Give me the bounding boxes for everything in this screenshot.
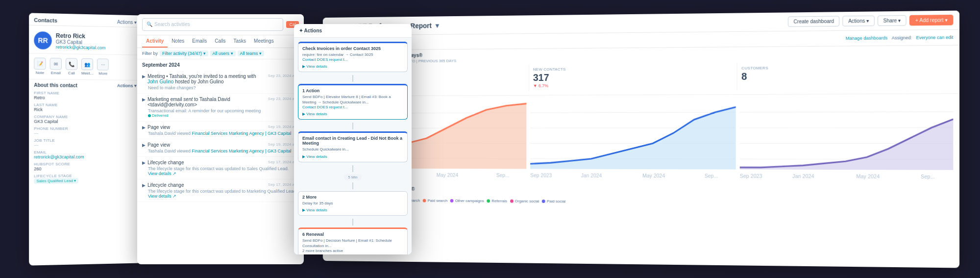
workflow-panel: ✦ Actions Check Invoices in order Contac… (294, 24, 412, 254)
tab-tasks[interactable]: Tasks (230, 35, 250, 48)
svg-line-21 (740, 111, 954, 112)
expand-icon-4[interactable]: ▶ (142, 143, 146, 148)
wf-view-details-4[interactable]: ▶ View details (302, 208, 327, 212)
search-placeholder: Search activities (154, 22, 190, 27)
tab-activity[interactable]: Activity (142, 35, 168, 48)
email-button[interactable]: ✉ Email (50, 57, 62, 75)
create-dashboard-button[interactable]: Create dashboard (788, 16, 839, 26)
svg-marker-22 (740, 119, 954, 170)
email-icon: ✉ (50, 57, 62, 69)
about-actions[interactable]: Actions ▾ (117, 83, 137, 88)
tab-calls[interactable]: Calls (211, 35, 229, 48)
contact-topbar: Contacts Actions ▾ (29, 13, 141, 27)
contacts-chart: Sep 2023 Jan 2024 May 2024 Sep... (530, 97, 735, 182)
legend-paid-social: Paid social (542, 199, 565, 203)
contact-name: Retro Rick (56, 32, 106, 40)
lc1-link[interactable]: View details ↗ (148, 171, 176, 176)
filter-activity-dropdown[interactable]: Filter activity (34/47) ▾ (160, 51, 208, 56)
filter-users-dropdown[interactable]: All users ▾ (210, 51, 236, 56)
wf-node-2: 1 Action Send BDFo | Elevator Marture 8 … (298, 84, 408, 120)
wf-view-details-1[interactable]: ▶ View details (302, 64, 327, 69)
contacts-chart-svg: Sep 2023 Jan 2024 May 2024 Sep... (530, 97, 735, 180)
search-activities-input[interactable]: 🔍 Search activities (142, 18, 283, 31)
charts-area: Sep 2023 Jan 2024 May 2024 Sep... (323, 94, 959, 186)
actions-button[interactable]: Actions ▾ (843, 15, 875, 26)
expand-icon[interactable]: ▶ (142, 74, 146, 79)
expand-icon-3[interactable]: ▶ (142, 125, 146, 130)
svg-text:Sep 2023: Sep 2023 (740, 173, 762, 178)
add-report-button[interactable]: + Add report ▾ (909, 14, 953, 25)
svg-text:May 2024: May 2024 (642, 173, 665, 178)
activity-item-lifecycle2: ▶ Lifecycle change Sep 17, 2024 at... Th… (137, 179, 304, 202)
expand-icon-5[interactable]: ▶ (142, 160, 146, 165)
legend-other: Other campaigns (450, 199, 484, 203)
tab-emails[interactable]: Emails (188, 35, 211, 48)
contact-email: retrorick@gk3capital.com (56, 44, 106, 50)
activity-lc1-title: Lifecycle change (147, 160, 266, 165)
more-button[interactable]: ··· More (97, 58, 109, 76)
wf-view-details-3[interactable]: ▶ View details (302, 154, 327, 159)
about-title: About this contact (34, 82, 77, 88)
field-lastname: Last name Rick (34, 102, 137, 112)
lc2-link[interactable]: View details ↗ (148, 194, 176, 199)
filter-row: Filter by Filter activity (34/47) ▾ All … (137, 48, 304, 59)
wf-connector-2 (352, 123, 353, 129)
sources-section: Sessions by Source | Rolling 90 Days® IN… (323, 184, 959, 208)
svg-text:Sep...: Sep... (496, 172, 510, 177)
other-dot (450, 199, 454, 202)
contact-actions-row: 📝 Note ✉ Email 📞 Call 👥 Meet... ··· More (29, 53, 141, 80)
call-button[interactable]: 📞 Call (66, 58, 77, 75)
pageview2-link[interactable]: Financial Services Marketing Agency | GK… (192, 149, 292, 153)
field-jobtitle: Job title — (34, 138, 137, 147)
referrals-dot (487, 199, 490, 202)
meet-icon: 👥 (81, 58, 93, 70)
wf-view-details-2[interactable]: ▶ View details (302, 112, 327, 116)
tab-notes[interactable]: Notes (168, 35, 188, 48)
svg-text:Sep 2023: Sep 2023 (530, 173, 552, 178)
svg-text:May 2024: May 2024 (856, 174, 880, 179)
kpi-customers: CUSTOMERS 8 (737, 61, 953, 90)
wf-node-5: 6 Renewal Send BDFo | Decision Nurture |… (298, 227, 408, 254)
field-phone: Phone number — (34, 126, 137, 135)
wf-connector-5 (352, 219, 353, 226)
avatar: RR (34, 31, 51, 49)
wf-connector-1 (352, 75, 353, 82)
tab-meetings[interactable]: Meetings (250, 35, 278, 48)
sources-legend: Direct traffic Email marketing Organic s… (328, 198, 953, 205)
expand-icon-2[interactable]: ▶ (142, 97, 146, 102)
contact-panel: Contacts Actions ▾ RR Retro Rick GK3 Cap… (29, 13, 141, 265)
more-icon: ··· (97, 58, 109, 70)
call-icon: 📞 (66, 58, 77, 70)
dashboard-panel: GK3 SMART Performance Report ▾ Create da… (323, 10, 959, 268)
actions-dropdown[interactable]: Actions ▾ (117, 19, 137, 25)
share-button[interactable]: Share ▾ (878, 15, 906, 25)
workflow-title: ✦ Actions (299, 28, 322, 33)
pageview1-link[interactable]: Financial Services Marketing Agency | GK… (192, 131, 292, 136)
note-icon: 📝 (34, 57, 46, 70)
svg-text:Sep...: Sep... (921, 174, 935, 179)
svg-text:Sep...: Sep... (705, 173, 718, 178)
search-icon: 🔍 (147, 22, 152, 27)
kpi-row: SESSIONS 1,099 ▲ 1.8% NEW CONTACTS 317 ▼… (323, 61, 959, 96)
activity-tabs: Activity Notes Emails Calls Tasks Meetin… (137, 35, 304, 48)
field-lifecycle: Lifecycle stage Sales Qualified Lead ▾ (34, 173, 137, 183)
dash-filters-right: Manage dashboards Assigned: Everyone can… (846, 35, 953, 41)
kpi-new-contacts: NEW CONTACTS 317 ▼ 6.7% (529, 63, 737, 91)
meet-button[interactable]: 👥 Meet... (81, 58, 93, 75)
meeting-link[interactable]: John Gulino (147, 79, 173, 84)
activity-pv1-title: Page view (147, 125, 266, 130)
contact-header: RR Retro Rick GK3 Capital retrorick@gk3c… (29, 25, 141, 55)
filter-teams-dropdown[interactable]: All teams ▾ (238, 51, 265, 56)
month-header: September 2024 (137, 59, 304, 71)
title-caret-icon[interactable]: ▾ (436, 21, 439, 29)
activity-email-title: Marketing email sent to Tashala David <t… (147, 97, 266, 107)
manage-dashboards-link[interactable]: Manage dashboards (846, 35, 887, 41)
assigned-everyone[interactable]: Everyone can edit (916, 35, 953, 40)
workflow-body: Check Invoices in order Contact 3025 req… (294, 38, 412, 254)
expand-icon-6[interactable]: ▶ (142, 183, 146, 188)
field-firstname: First name Retro (34, 91, 137, 101)
legend-paid-search: Paid search (423, 198, 447, 202)
svg-line-12 (530, 112, 735, 112)
paid-search-dot (423, 199, 426, 202)
note-button[interactable]: 📝 Note (34, 57, 46, 75)
